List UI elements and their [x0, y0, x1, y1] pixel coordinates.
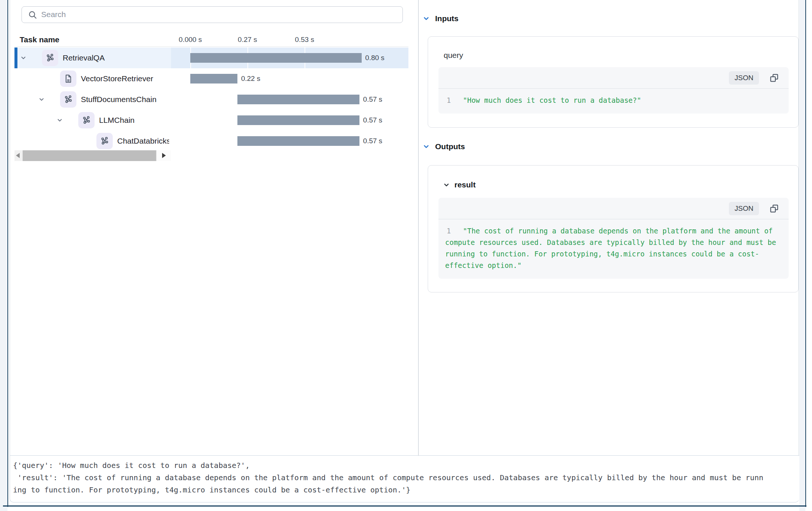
page-right-gutter — [799, 0, 805, 511]
code-body: 1 "The cost of running a database depend… — [438, 219, 789, 279]
line-number: 1 — [447, 95, 451, 106]
chevron-down-icon — [423, 15, 430, 22]
chevron-down-icon — [443, 181, 450, 189]
console-output-text: {'query': 'How much does it cost to run … — [13, 459, 799, 496]
search-input[interactable] — [41, 7, 394, 22]
outputs-title: Outputs — [435, 142, 465, 151]
inputs-section-toggle[interactable]: Inputs — [423, 14, 458, 23]
chain-span-icon — [78, 112, 95, 128]
frame-bottom-border — [3, 505, 806, 507]
inputs-title: Inputs — [435, 14, 458, 23]
query-code-block: JSON 1 "How much does it cost to run a d… — [438, 67, 789, 114]
line-number: 1 — [447, 225, 451, 237]
scroll-right-button[interactable] — [157, 150, 171, 161]
span-duration: 0.57 s — [363, 131, 382, 151]
span-row-stuffdocumentschain[interactable]: StuffDocumentsChain 0.57 s — [14, 89, 408, 110]
span-row-chatdatabricks[interactable]: ChatDatabricks 0.57 s — [14, 131, 408, 151]
span-tree-panel: Task name 0.000 s 0.27 s 0.53 s — [10, 0, 408, 455]
task-name-column-header: Task name — [20, 33, 59, 47]
scroll-right-arrow-icon — [162, 153, 166, 158]
span-duration: 0.57 s — [363, 89, 382, 110]
gantt-bar[interactable] — [237, 115, 359, 125]
console-output-box: {'query': 'How much does it cost to run … — [10, 455, 799, 502]
chain-span-icon — [42, 50, 58, 66]
trace-viewer-app: Task name 0.000 s 0.27 s 0.53 s — [0, 0, 812, 511]
chain-span-icon — [96, 133, 113, 149]
trace-output-frame: Task name 0.000 s 0.27 s 0.53 s — [10, 0, 799, 502]
horizontal-scrollbar[interactable] — [14, 150, 171, 161]
code-body: 1 "How much does it cost to run a databa… — [438, 89, 789, 114]
inputs-card: query JSON 1 "How much does it cost to r… — [428, 36, 799, 128]
gantt-bar[interactable] — [237, 136, 359, 146]
retriever-document-icon — [60, 71, 76, 87]
axis-tick-2: 0.53 s — [295, 33, 314, 47]
gantt-header: Task name 0.000 s 0.27 s 0.53 s — [14, 33, 408, 47]
chevron-down-icon — [423, 143, 430, 150]
scroll-left-arrow-icon[interactable] — [16, 153, 20, 158]
span-duration: 0.80 s — [365, 48, 385, 68]
span-duration: 0.57 s — [363, 110, 382, 131]
selected-row-accent — [14, 48, 17, 68]
chevron-down-icon[interactable] — [56, 117, 63, 124]
outputs-card: result JSON 1 "The cost of running a dat… — [428, 165, 799, 292]
span-row-retrievalqa[interactable]: RetrievalQA 0.80 s — [14, 48, 408, 68]
chevron-down-icon[interactable] — [38, 96, 45, 103]
span-name: VectorStoreRetriever — [81, 74, 153, 83]
panel-divider[interactable] — [418, 0, 419, 455]
gantt-bar[interactable] — [190, 53, 362, 63]
span-duration: 0.22 s — [241, 68, 260, 89]
chain-span-icon — [60, 91, 76, 108]
chevron-down-icon[interactable] — [20, 55, 27, 61]
code-block-toolbar: JSON — [438, 67, 789, 89]
json-format-button[interactable]: JSON — [729, 71, 759, 85]
span-name: ChatDatabricks — [117, 137, 169, 145]
gantt-bar[interactable] — [190, 74, 237, 83]
page-left-gutter — [0, 0, 7, 511]
frame-right-border — [805, 0, 806, 507]
search-box — [22, 6, 403, 23]
gantt-bar[interactable] — [237, 95, 359, 104]
scrollbar-thumb[interactable] — [23, 150, 156, 161]
query-value: "How much does it cost to run a database… — [445, 95, 783, 106]
frame-left-border — [7, 0, 8, 507]
outputs-section-toggle[interactable]: Outputs — [423, 142, 465, 151]
axis-tick-1: 0.27 s — [238, 33, 257, 47]
span-row-llmchain[interactable]: LLMChain 0.57 s — [14, 110, 408, 131]
span-name: LLMChain — [99, 116, 135, 124]
axis-tick-0: 0.000 s — [179, 33, 202, 47]
result-code-block: JSON 1 "The cost of running a database d… — [438, 198, 789, 279]
span-name: StuffDocumentsChain — [81, 95, 157, 104]
field-key-query: query — [444, 51, 463, 60]
copy-icon[interactable] — [769, 203, 780, 214]
result-field-toggle[interactable]: result — [443, 180, 476, 189]
code-block-toolbar: JSON — [438, 198, 789, 219]
result-value: "The cost of running a database depends … — [445, 225, 783, 271]
span-row-vectorstoreretriever[interactable]: VectorStoreRetriever 0.22 s — [14, 68, 408, 89]
span-name: RetrievalQA — [63, 53, 105, 62]
copy-icon[interactable] — [769, 72, 780, 83]
field-key-result: result — [454, 180, 476, 189]
json-format-button[interactable]: JSON — [729, 202, 759, 215]
